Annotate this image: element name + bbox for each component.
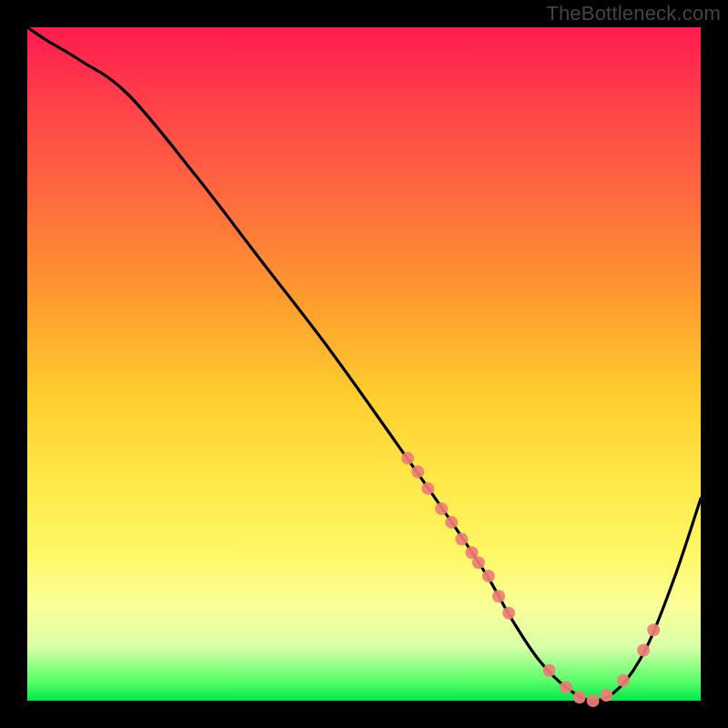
curve-marker [502,607,515,620]
curve-marker [492,590,505,602]
curve-marker [472,556,485,569]
chart-frame: TheBottleneck.com [0,0,728,728]
curve-marker [445,516,458,529]
curve-markers [401,452,660,707]
curve-marker [587,694,600,707]
curve-marker [435,502,448,515]
curve-marker [421,482,434,495]
curve-marker [617,674,630,687]
curve-marker [482,570,495,582]
curve-marker [560,681,572,693]
curve-marker [573,691,586,703]
watermark-text: TheBottleneck.com [546,2,721,25]
curve-marker [600,689,612,702]
curve-marker [543,664,556,677]
curve-marker [637,644,650,657]
curve-marker [455,532,468,545]
plot-area [27,27,701,701]
curve-marker [647,623,660,636]
curve-svg [27,27,701,701]
curve-marker [411,465,424,478]
bottleneck-curve [27,27,701,701]
curve-marker [401,452,414,465]
